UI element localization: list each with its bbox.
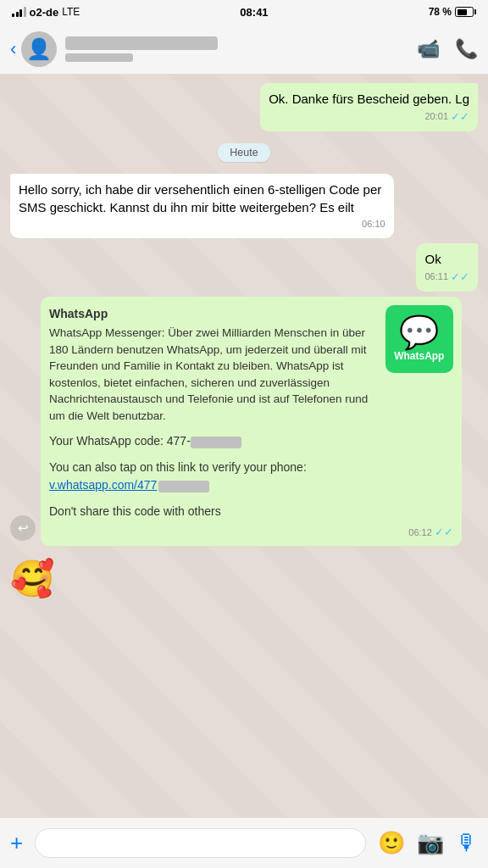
bottom-bar: + 🙂 📷 🎙 bbox=[0, 817, 488, 868]
bubble-meta: 06:10 bbox=[19, 218, 385, 231]
bubble-meta: 20:01 ✓✓ bbox=[269, 109, 469, 125]
verify-line: You can also tap on this link to verify … bbox=[49, 459, 453, 494]
code-blurred bbox=[191, 437, 241, 448]
message-row: Ok. Danke fürs Bescheid geben. Lg 20:01 … bbox=[10, 83, 478, 131]
contact-info bbox=[65, 36, 417, 62]
message-time: 06:11 bbox=[424, 270, 448, 283]
status-bar: o2-de LTE 08:41 78 % bbox=[0, 0, 488, 24]
link-blurred bbox=[158, 481, 209, 492]
contact-name-blurred bbox=[65, 36, 218, 50]
message-row: 🥰 bbox=[10, 551, 478, 608]
signal-bar-4 bbox=[24, 7, 26, 17]
back-button[interactable]: ‹ bbox=[10, 38, 16, 60]
mic-icon[interactable]: 🎙 bbox=[456, 830, 478, 856]
sent-bubble: Ok. Danke fürs Bescheid geben. Lg 20:01 … bbox=[260, 83, 478, 131]
date-pill: Heute bbox=[218, 143, 269, 162]
avatar: 👤 bbox=[21, 31, 57, 67]
emoji-bubble: 🥰 bbox=[10, 551, 54, 608]
card-body: Your WhatsApp code: 477- You can also ta… bbox=[41, 432, 462, 546]
whatsapp-card-bubble: WhatsApp WhatsApp Messenger: Über zwei M… bbox=[41, 297, 462, 546]
signal-bar-1 bbox=[12, 14, 14, 17]
header-action-icons: 📹 📞 bbox=[417, 38, 478, 60]
bubble-meta: 06:12 ✓✓ bbox=[49, 524, 453, 541]
status-right: 78 % bbox=[429, 6, 476, 18]
verify-link[interactable]: v.whatsapp.com/477 bbox=[49, 478, 157, 492]
card-text-block: WhatsApp WhatsApp Messenger: Über zwei M… bbox=[49, 305, 377, 425]
card-description: WhatsApp Messenger: Über zwei Milliarden… bbox=[49, 325, 377, 424]
message-row: Hello sorry, ich habe dir versehentlich … bbox=[10, 174, 478, 237]
signal-bar-2 bbox=[16, 12, 19, 17]
code-line: Your WhatsApp code: 477- bbox=[49, 432, 453, 450]
signal-bar-3 bbox=[19, 9, 22, 17]
bubble-meta: 06:11 ✓✓ bbox=[424, 270, 469, 285]
status-time: 08:41 bbox=[240, 6, 268, 19]
received-bubble: Hello sorry, ich habe dir versehentlich … bbox=[10, 174, 394, 237]
status-left: o2-de LTE bbox=[12, 6, 80, 19]
message-text: Ok. Danke fürs Bescheid geben. Lg bbox=[269, 92, 469, 106]
avatar-icon: 👤 bbox=[26, 37, 52, 61]
message-time: 06:10 bbox=[362, 218, 385, 231]
video-call-icon[interactable]: 📹 bbox=[417, 38, 440, 60]
whatsapp-logo-icon: 💬 bbox=[399, 316, 439, 348]
signal-bars bbox=[12, 7, 26, 17]
battery-percent: 78 % bbox=[429, 6, 452, 18]
whatsapp-logo-label: WhatsApp bbox=[394, 350, 444, 362]
contact-status-blurred bbox=[65, 53, 133, 62]
message-ticks: ✓✓ bbox=[435, 524, 453, 541]
message-text: Ok bbox=[424, 252, 441, 266]
sent-bubble: Ok 06:11 ✓✓ bbox=[416, 243, 478, 292]
battery-icon bbox=[455, 7, 476, 17]
card-content: WhatsApp WhatsApp Messenger: Über zwei M… bbox=[41, 297, 462, 433]
add-button[interactable]: + bbox=[10, 830, 23, 856]
chat-header: ‹ 👤 📹 📞 bbox=[0, 24, 488, 75]
message-text: Hello sorry, ich habe dir versehentlich … bbox=[19, 182, 381, 214]
forward-icon[interactable]: ↩ bbox=[10, 515, 36, 541]
phone-call-icon[interactable]: 📞 bbox=[455, 38, 478, 60]
whatsapp-logo: 💬 WhatsApp bbox=[385, 305, 453, 373]
carrier-label: o2-de bbox=[30, 6, 59, 19]
chat-area: Ok. Danke fürs Bescheid geben. Lg 20:01 … bbox=[0, 75, 488, 817]
camera-icon[interactable]: 📷 bbox=[417, 830, 444, 856]
emoji-text: 🥰 bbox=[10, 559, 54, 598]
message-ticks: ✓✓ bbox=[451, 109, 469, 125]
message-time: 06:12 bbox=[408, 526, 432, 540]
date-divider: Heute bbox=[10, 143, 478, 162]
forward-icon-wrap: ↩ bbox=[10, 297, 36, 541]
message-row: Ok 06:11 ✓✓ bbox=[10, 243, 478, 292]
warning-text: Don't share this code with others bbox=[49, 503, 453, 520]
message-input[interactable] bbox=[35, 828, 366, 858]
sticker-icon[interactable]: 🙂 bbox=[378, 830, 405, 856]
message-time: 20:01 bbox=[424, 110, 448, 123]
card-title: WhatsApp bbox=[49, 305, 377, 322]
verify-text: You can also tap on this link to verify … bbox=[49, 460, 307, 474]
message-ticks: ✓✓ bbox=[451, 270, 469, 285]
message-row: ↩ WhatsApp WhatsApp Messenger: Über zwei… bbox=[10, 297, 478, 546]
network-label: LTE bbox=[62, 6, 80, 18]
code-text: Your WhatsApp code: 477- bbox=[49, 434, 191, 448]
